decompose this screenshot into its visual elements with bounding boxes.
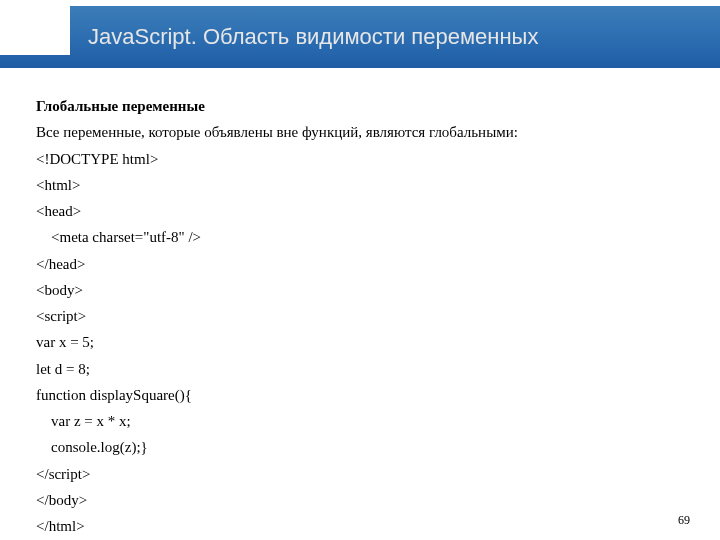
code-line: let d = 8;	[36, 356, 684, 382]
code-line: console.log(z);}	[36, 434, 684, 460]
code-line: </body>	[36, 487, 684, 513]
content-intro: Все переменные, которые объявлены вне фу…	[36, 119, 684, 145]
code-line: <script>	[36, 303, 684, 329]
code-line: <meta charset="utf-8" />	[36, 224, 684, 250]
title-bar: JavaScript. Область видимости переменных	[0, 6, 720, 68]
code-line: <head>	[36, 198, 684, 224]
code-line: <body>	[36, 277, 684, 303]
code-line: var z = x * x;	[36, 408, 684, 434]
code-line: var x = 5;	[36, 329, 684, 355]
code-line: <html>	[36, 172, 684, 198]
page-number: 69	[678, 513, 690, 528]
slide-title: JavaScript. Область видимости переменных	[88, 23, 538, 51]
code-line: </script>	[36, 461, 684, 487]
content-subheading: Глобальные переменные	[36, 93, 684, 119]
code-line: </html>	[36, 513, 684, 539]
code-line: function displaySquare(){	[36, 382, 684, 408]
slide-header: JavaScript. Область видимости переменных	[0, 0, 720, 75]
header-white-tab	[0, 0, 70, 55]
code-line: <!DOCTYPE html>	[36, 146, 684, 172]
code-line: </head>	[36, 251, 684, 277]
slide-content: Глобальные переменные Все переменные, ко…	[0, 75, 720, 539]
